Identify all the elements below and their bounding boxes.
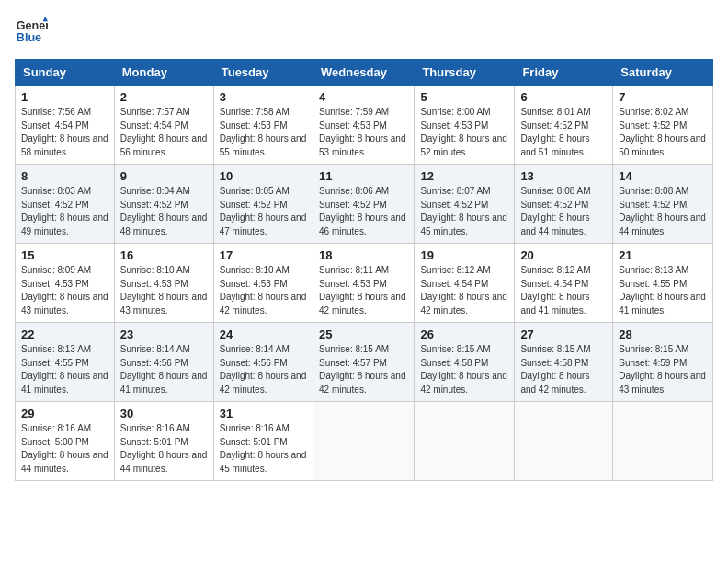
logo-icon: General Blue [15, 15, 48, 48]
day-number: 29 [21, 407, 108, 420]
calendar-day-cell: 16 Sunrise: 8:10 AM Sunset: 4:53 PM Dayl… [114, 244, 213, 323]
day-number: 16 [120, 248, 208, 262]
calendar-week-row: 22 Sunrise: 8:13 AM Sunset: 4:55 PM Dayl… [16, 323, 713, 402]
day-number: 21 [619, 248, 707, 262]
day-number: 3 [220, 90, 307, 104]
sunset-label: Sunset: 4:52 PM [420, 200, 488, 210]
calendar-day-cell: 5 Sunrise: 8:00 AM Sunset: 4:53 PM Dayli… [415, 86, 515, 165]
sunset-label: Sunset: 4:54 PM [120, 121, 188, 131]
page-header: General Blue [15, 15, 713, 48]
calendar-day-cell: 12 Sunrise: 8:07 AM Sunset: 4:52 PM Dayl… [415, 165, 515, 244]
sunset-label: Sunset: 5:01 PM [120, 437, 188, 447]
daylight-label: Daylight: 8 hours and 42 minutes. [319, 371, 406, 395]
day-info: Sunrise: 8:16 AM Sunset: 5:01 PM Dayligh… [120, 422, 208, 476]
day-of-week-header: Wednesday [313, 60, 414, 86]
svg-text:Blue: Blue [17, 31, 41, 44]
day-number: 22 [21, 327, 108, 341]
sunrise-label: Sunrise: 8:06 AM [319, 186, 389, 196]
sunset-label: Sunset: 5:00 PM [21, 437, 89, 447]
sunrise-label: Sunrise: 8:13 AM [619, 265, 688, 275]
sunset-label: Sunset: 4:54 PM [520, 279, 588, 289]
daylight-label: Daylight: 8 hours and 42 minutes. [520, 371, 589, 395]
calendar-day-cell: 15 Sunrise: 8:09 AM Sunset: 4:53 PM Dayl… [16, 244, 115, 323]
sunrise-label: Sunrise: 7:59 AM [319, 107, 389, 117]
day-of-week-header: Tuesday [213, 60, 313, 86]
sunset-label: Sunset: 4:52 PM [220, 200, 288, 210]
daylight-label: Daylight: 8 hours and 50 minutes. [619, 133, 706, 157]
calendar-day-cell [613, 402, 713, 481]
daylight-label: Daylight: 8 hours and 45 minutes. [220, 450, 307, 474]
day-info: Sunrise: 8:08 AM Sunset: 4:52 PM Dayligh… [520, 185, 607, 238]
day-number: 11 [319, 169, 408, 183]
calendar-day-cell: 26 Sunrise: 8:15 AM Sunset: 4:58 PM Dayl… [415, 323, 515, 402]
day-number: 26 [420, 327, 508, 341]
day-number: 15 [21, 248, 108, 262]
calendar-day-cell [313, 402, 414, 481]
day-info: Sunrise: 8:08 AM Sunset: 4:52 PM Dayligh… [619, 185, 707, 238]
daylight-label: Daylight: 8 hours and 44 minutes. [21, 450, 108, 474]
sunset-label: Sunset: 4:56 PM [120, 358, 188, 368]
day-info: Sunrise: 8:16 AM Sunset: 5:00 PM Dayligh… [21, 422, 108, 476]
calendar-week-row: 15 Sunrise: 8:09 AM Sunset: 4:53 PM Dayl… [16, 244, 713, 323]
sunset-label: Sunset: 4:58 PM [520, 358, 588, 368]
sunset-label: Sunset: 4:53 PM [220, 121, 288, 131]
sunset-label: Sunset: 4:55 PM [619, 279, 687, 289]
calendar-day-cell: 29 Sunrise: 8:16 AM Sunset: 5:00 PM Dayl… [16, 402, 115, 481]
day-info: Sunrise: 8:09 AM Sunset: 4:53 PM Dayligh… [21, 264, 108, 317]
daylight-label: Daylight: 8 hours and 42 minutes. [220, 371, 307, 395]
daylight-label: Daylight: 8 hours and 41 minutes. [619, 292, 706, 316]
sunset-label: Sunset: 4:52 PM [520, 121, 588, 131]
sunset-label: Sunset: 4:55 PM [21, 358, 89, 368]
calendar-day-cell: 9 Sunrise: 8:04 AM Sunset: 4:52 PM Dayli… [114, 165, 213, 244]
day-info: Sunrise: 8:14 AM Sunset: 4:56 PM Dayligh… [220, 343, 307, 396]
sunrise-label: Sunrise: 8:15 AM [520, 344, 590, 354]
calendar-day-cell: 13 Sunrise: 8:08 AM Sunset: 4:52 PM Dayl… [515, 165, 613, 244]
calendar-day-cell: 27 Sunrise: 8:15 AM Sunset: 4:58 PM Dayl… [515, 323, 613, 402]
sunrise-label: Sunrise: 8:14 AM [120, 344, 190, 354]
day-info: Sunrise: 7:58 AM Sunset: 4:53 PM Dayligh… [220, 106, 307, 159]
sunset-label: Sunset: 4:52 PM [120, 200, 188, 210]
calendar-day-cell: 24 Sunrise: 8:14 AM Sunset: 4:56 PM Dayl… [213, 323, 313, 402]
calendar-table: SundayMondayTuesdayWednesdayThursdayFrid… [15, 59, 713, 481]
day-number: 10 [220, 169, 307, 183]
day-number: 23 [120, 327, 208, 341]
sunset-label: Sunset: 4:53 PM [420, 121, 488, 131]
sunrise-label: Sunrise: 8:13 AM [21, 344, 91, 354]
daylight-label: Daylight: 8 hours and 45 minutes. [420, 213, 507, 236]
day-number: 27 [520, 327, 607, 341]
sunrise-label: Sunrise: 8:08 AM [619, 186, 688, 196]
calendar-day-cell: 28 Sunrise: 8:15 AM Sunset: 4:59 PM Dayl… [613, 323, 713, 402]
day-info: Sunrise: 8:13 AM Sunset: 4:55 PM Dayligh… [21, 343, 108, 396]
logo: General Blue [15, 15, 48, 48]
day-info: Sunrise: 8:14 AM Sunset: 4:56 PM Dayligh… [120, 343, 208, 396]
sunrise-label: Sunrise: 8:16 AM [21, 423, 91, 433]
day-number: 18 [319, 248, 408, 262]
day-of-week-header: Sunday [16, 60, 115, 86]
calendar-week-row: 1 Sunrise: 7:56 AM Sunset: 4:54 PM Dayli… [16, 86, 713, 165]
calendar-day-cell: 1 Sunrise: 7:56 AM Sunset: 4:54 PM Dayli… [16, 86, 115, 165]
sunset-label: Sunset: 5:01 PM [220, 437, 288, 447]
day-info: Sunrise: 8:13 AM Sunset: 4:55 PM Dayligh… [619, 264, 707, 317]
daylight-label: Daylight: 8 hours and 44 minutes. [520, 213, 589, 236]
sunset-label: Sunset: 4:53 PM [21, 279, 89, 289]
daylight-label: Daylight: 8 hours and 41 minutes. [520, 292, 589, 316]
sunrise-label: Sunrise: 8:05 AM [220, 186, 290, 196]
sunset-label: Sunset: 4:52 PM [520, 200, 588, 210]
sunrise-label: Sunrise: 8:16 AM [120, 423, 190, 433]
calendar-day-cell: 3 Sunrise: 7:58 AM Sunset: 4:53 PM Dayli… [213, 86, 313, 165]
day-number: 4 [319, 90, 408, 104]
day-info: Sunrise: 8:06 AM Sunset: 4:52 PM Dayligh… [319, 185, 408, 238]
day-number: 6 [520, 90, 607, 104]
calendar-day-cell: 8 Sunrise: 8:03 AM Sunset: 4:52 PM Dayli… [16, 165, 115, 244]
sunrise-label: Sunrise: 8:15 AM [619, 344, 688, 354]
day-info: Sunrise: 8:05 AM Sunset: 4:52 PM Dayligh… [220, 185, 307, 238]
sunrise-label: Sunrise: 8:08 AM [520, 186, 590, 196]
sunset-label: Sunset: 4:56 PM [220, 358, 288, 368]
sunset-label: Sunset: 4:53 PM [319, 279, 387, 289]
sunrise-label: Sunrise: 8:09 AM [21, 265, 91, 275]
day-of-week-header: Thursday [415, 60, 515, 86]
calendar-day-cell [515, 402, 613, 481]
sunrise-label: Sunrise: 8:07 AM [420, 186, 490, 196]
sunrise-label: Sunrise: 8:04 AM [120, 186, 190, 196]
sunrise-label: Sunrise: 8:15 AM [319, 344, 389, 354]
